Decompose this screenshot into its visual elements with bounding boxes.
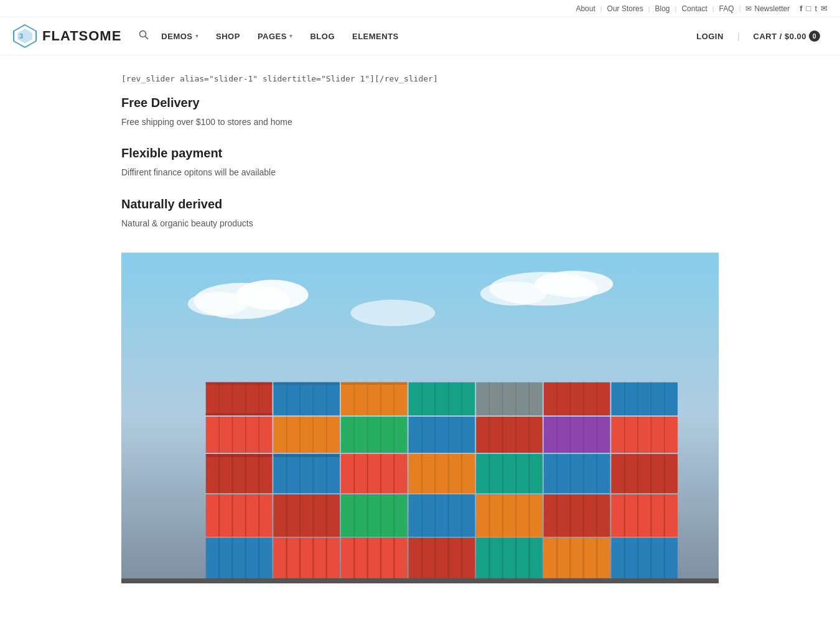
svg-rect-144 [476, 494, 543, 537]
svg-rect-169 [341, 538, 408, 580]
svg-rect-42 [544, 382, 610, 415]
slider-shortcode: [rev_slider alias="slider-1" slidertitle… [121, 74, 719, 83]
svg-rect-67 [409, 417, 475, 453]
nav-pages[interactable]: PAGES ▾ [250, 27, 301, 46]
svg-rect-119 [611, 454, 678, 493]
svg-rect-174 [409, 538, 475, 580]
svg-rect-47 [611, 382, 678, 415]
free-delivery-section: Free Delivery Free shipping over $100 to… [121, 96, 719, 129]
svg-text:3: 3 [19, 32, 23, 40]
facebook-icon[interactable]: f [800, 4, 802, 13]
svg-rect-104 [409, 454, 475, 493]
main-content: [rev_slider alias="slider-1" slidertitle… [109, 55, 731, 602]
svg-rect-32 [409, 382, 475, 415]
flexible-payment-heading: Flexible payment [121, 146, 719, 160]
svg-rect-57 [273, 417, 340, 453]
svg-rect-129 [273, 494, 340, 537]
svg-rect-184 [544, 538, 610, 580]
chevron-down-icon: ▾ [195, 33, 199, 39]
svg-rect-27 [341, 382, 408, 385]
shipping-containers-image [121, 248, 719, 583]
svg-rect-179 [476, 538, 543, 580]
svg-rect-189 [611, 538, 678, 580]
svg-rect-98 [273, 454, 340, 457]
svg-rect-139 [409, 494, 475, 537]
svg-rect-93 [273, 454, 340, 493]
newsletter-icon: ✉ [745, 4, 752, 13]
newsletter-link[interactable]: ✉ Newsletter [740, 4, 795, 13]
svg-rect-159 [206, 538, 273, 580]
top-bar: About | Our Stores | Blog | Contact | FA… [0, 0, 840, 17]
search-button[interactable] [134, 25, 154, 47]
svg-rect-124 [206, 494, 273, 537]
nav-links: DEMOS ▾ SHOP PAGES ▾ BLOG ELEMENTS [154, 27, 689, 46]
logo-link[interactable]: 3 FLATSOME [12, 24, 121, 49]
svg-rect-194 [121, 578, 719, 583]
nav-divider: | [737, 31, 740, 41]
nav-right: LOGIN | CART / $0.00 0 [689, 25, 828, 47]
svg-rect-62 [341, 417, 408, 453]
nav-blog[interactable]: BLOG [302, 27, 342, 46]
naturally-derived-section: Naturally derived Natural & organic beau… [121, 197, 719, 230]
svg-rect-26 [341, 382, 408, 415]
svg-point-11 [480, 282, 547, 306]
about-link[interactable]: About [571, 4, 600, 13]
svg-rect-149 [544, 494, 610, 537]
nav-elements[interactable]: ELEMENTS [345, 27, 406, 46]
containers-svg [121, 248, 719, 583]
our-stores-link[interactable]: Our Stores [602, 4, 648, 13]
svg-rect-13 [206, 382, 273, 415]
svg-line-4 [146, 37, 149, 40]
newsletter-label: Newsletter [754, 4, 790, 13]
main-nav: 3 FLATSOME DEMOS ▾ SHOP PAGES ▾ BLOG ELE… [0, 17, 840, 55]
flexible-payment-text: Diffirent finance opitons will be availa… [121, 165, 719, 179]
svg-point-12 [350, 300, 435, 327]
nav-demos[interactable]: DEMOS ▾ [154, 27, 206, 46]
free-delivery-heading: Free Delivery [121, 96, 719, 110]
svg-rect-37 [476, 382, 543, 415]
contact-link[interactable]: Contact [676, 4, 712, 13]
logo-text: FLATSOME [42, 28, 121, 44]
svg-rect-164 [273, 538, 340, 580]
cart-label: CART / $0.00 [754, 32, 806, 41]
login-button[interactable]: LOGIN [689, 27, 731, 46]
chevron-down-icon-pages: ▾ [289, 33, 293, 39]
cart-count: 0 [809, 30, 820, 42]
free-delivery-text: Free shipping over $100 to stores and ho… [121, 115, 719, 129]
svg-point-8 [188, 292, 248, 316]
svg-rect-14 [206, 382, 273, 385]
search-icon [139, 30, 149, 40]
blog-link[interactable]: Blog [650, 4, 675, 13]
svg-rect-20 [273, 382, 340, 415]
svg-rect-134 [341, 494, 408, 537]
svg-rect-21 [273, 382, 340, 385]
svg-rect-52 [206, 417, 273, 453]
svg-rect-99 [341, 454, 408, 493]
svg-rect-87 [206, 454, 273, 493]
flexible-payment-section: Flexible payment Diffirent finance opito… [121, 146, 719, 179]
naturally-derived-text: Natural & organic beauty products [121, 216, 719, 230]
svg-rect-92 [206, 454, 273, 457]
svg-rect-77 [544, 417, 610, 453]
nav-shop[interactable]: SHOP [208, 27, 248, 46]
svg-rect-82 [611, 417, 678, 453]
svg-rect-114 [544, 454, 610, 493]
twitter-icon[interactable]: t [814, 4, 817, 13]
instagram-icon[interactable]: □ [806, 4, 811, 13]
email-icon[interactable]: ✉ [821, 4, 828, 13]
social-links: f □ t ✉ [800, 4, 828, 13]
cart-button[interactable]: CART / $0.00 0 [746, 25, 828, 47]
faq-link[interactable]: FAQ [714, 4, 739, 13]
svg-rect-109 [476, 454, 543, 493]
logo-icon: 3 [12, 24, 37, 49]
naturally-derived-heading: Naturally derived [121, 197, 719, 211]
top-bar-links: About | Our Stores | Blog | Contact | FA… [571, 4, 795, 13]
svg-rect-15 [206, 413, 273, 415]
svg-rect-154 [611, 494, 678, 537]
svg-rect-72 [476, 417, 543, 453]
svg-point-3 [140, 31, 146, 37]
